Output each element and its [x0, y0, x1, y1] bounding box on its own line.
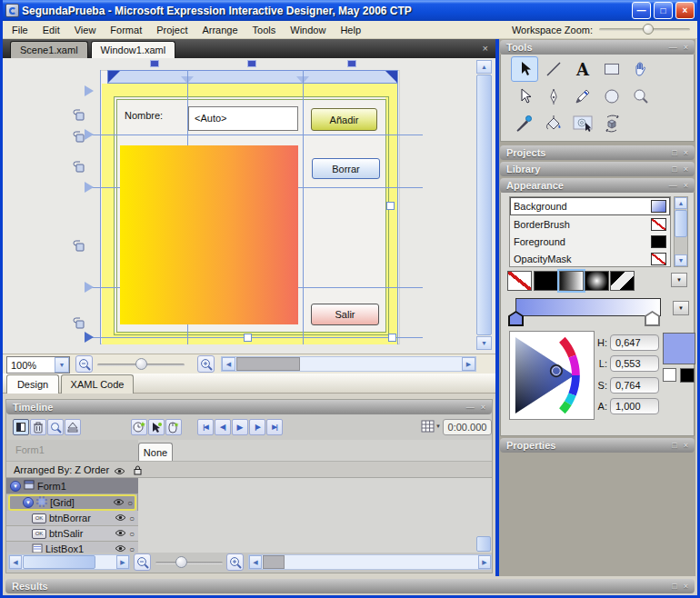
canvas-hscroll-thumb[interactable] [236, 357, 300, 371]
menu-format[interactable]: Format [103, 23, 149, 37]
grid-row-handle-icon[interactable] [85, 332, 94, 343]
visibility-eye-icon[interactable] [115, 513, 126, 523]
tool-brush-transform[interactable] [569, 111, 596, 136]
grid-row-handle-icon[interactable] [85, 282, 94, 293]
import-button[interactable] [65, 419, 81, 435]
projects-header[interactable]: Projects □ × [500, 145, 695, 160]
opacity-indicator-icon[interactable]: ○ [129, 513, 135, 523]
grid-options-arrow-icon[interactable]: ▼ [435, 424, 441, 429]
library-restore-icon[interactable]: □ [672, 164, 676, 174]
tree-scroll-left-icon[interactable]: ◀ [9, 555, 22, 569]
brush-options-dropdown-icon[interactable]: ▼ [671, 273, 687, 287]
current-color-swatch[interactable] [663, 333, 695, 364]
minimize-button[interactable]: — [632, 2, 651, 19]
row-lock-icon[interactable] [73, 131, 85, 145]
snap-toggle-button[interactable] [13, 419, 29, 435]
tools-close-icon[interactable]: × [684, 43, 688, 52]
lightness-field[interactable]: 0,553 [610, 355, 659, 372]
library-close-icon[interactable]: × [684, 164, 688, 174]
menu-window[interactable]: Window [283, 23, 333, 37]
timeline-zoom-slider[interactable] [155, 562, 223, 564]
design-canvas[interactable]: Nombre: <Auto> Añadir Borrar Salir ▲ ▼ [3, 58, 495, 354]
track-scroll-right-icon[interactable]: ▶ [478, 555, 491, 569]
opacity-indicator-icon[interactable]: ○ [129, 529, 135, 539]
properties-restore-icon[interactable]: □ [672, 441, 676, 450]
tool-pencil[interactable] [569, 84, 596, 109]
tools-header[interactable]: Tools — × [500, 40, 695, 55]
grid-line-vertical[interactable] [397, 70, 398, 344]
tool-text[interactable]: A [569, 56, 596, 82]
selection-pointer-button[interactable] [148, 419, 165, 435]
brush-solid-button[interactable] [534, 271, 558, 291]
tree-row-btnsalir[interactable]: OK btnSalir ○ [6, 526, 138, 542]
grid-row-handle-icon[interactable] [85, 182, 94, 193]
grid-adorner-handle[interactable] [247, 60, 256, 67]
workspace-zoom-slider[interactable] [599, 28, 690, 31]
tool-zoom[interactable] [627, 84, 655, 109]
record-keyframe-button[interactable] [131, 419, 147, 435]
selection-handle[interactable] [244, 334, 252, 342]
go-to-start-button[interactable]: |◀ [197, 419, 214, 435]
tool-pen[interactable] [540, 84, 567, 109]
list-scroll-down-icon[interactable]: ▼ [675, 254, 687, 266]
list-vscrollbar[interactable]: ▲ ▼ [674, 196, 688, 267]
grid-line-vertical[interactable] [100, 70, 101, 344]
workspace-zoom-thumb[interactable] [643, 24, 654, 35]
grid-column-ruler[interactable] [107, 70, 397, 84]
menu-help[interactable]: Help [333, 23, 368, 37]
previous-frame-button[interactable]: ◀| [215, 419, 231, 435]
grid-line-horizontal[interactable] [85, 337, 423, 338]
tab-design[interactable]: Design [6, 374, 59, 394]
tool-pan[interactable] [627, 56, 655, 82]
white-swatch[interactable] [663, 368, 676, 382]
list-item-foreground[interactable]: Foreground [510, 233, 670, 250]
list-item-opacitymask[interactable]: OpacityMask [510, 250, 670, 267]
zoom-in-button[interactable] [197, 355, 215, 373]
timeline-minimize-icon[interactable]: — [466, 403, 475, 412]
grid-adorner-handle[interactable] [347, 60, 356, 67]
canvas-zoom-slider-thumb[interactable] [135, 358, 147, 370]
tree-row-listbox1[interactable]: ListBox1 ○ [6, 542, 138, 553]
library-header[interactable]: Library □ × [500, 162, 695, 176]
next-frame-button[interactable]: |▶ [249, 419, 265, 435]
row-lock-icon[interactable] [73, 240, 85, 254]
saturation-field[interactable]: 0,764 [610, 377, 659, 394]
title-bar[interactable]: SegundaPrueba - Microsoft Expression Int… [3, 0, 697, 21]
grid-row-handle-icon[interactable] [85, 85, 94, 96]
opacity-indicator-icon[interactable]: ○ [129, 544, 135, 553]
exit-button[interactable]: Salir [311, 304, 379, 325]
results-close-icon[interactable]: × [684, 582, 688, 591]
tool-camera-orbit[interactable] [598, 111, 625, 136]
timeline-close-icon[interactable]: × [481, 403, 485, 412]
animation-ruler[interactable] [138, 440, 492, 461]
grid-options-icon[interactable]: ▼ [421, 420, 441, 433]
gradient-options-dropdown-icon[interactable]: ▼ [673, 301, 689, 315]
menu-tools[interactable]: Tools [245, 23, 284, 37]
close-button[interactable]: × [675, 2, 695, 19]
tab-scene1-xaml[interactable]: Scene1.xaml [10, 41, 88, 58]
visibility-eye-icon[interactable] [115, 543, 126, 553]
menu-edit[interactable]: Edit [35, 23, 67, 37]
selection-handle[interactable] [388, 334, 396, 342]
appearance-minimize-icon[interactable]: — [669, 181, 677, 190]
opacity-indicator-icon[interactable]: ○ [127, 498, 133, 508]
row-lock-icon[interactable] [73, 161, 85, 174]
tab-window1-xaml[interactable]: Window1.xaml [91, 41, 176, 58]
tool-direct-selection[interactable] [511, 84, 538, 109]
black-swatch[interactable] [680, 368, 695, 383]
grid-adorner-handle[interactable] [150, 60, 159, 67]
menu-project[interactable]: Project [149, 23, 195, 37]
grid-line-vertical[interactable] [303, 70, 304, 344]
canvas-vscroll-thumb[interactable] [476, 75, 492, 335]
go-to-end-button[interactable]: ▶| [266, 419, 283, 435]
add-button[interactable]: Añadir [311, 108, 377, 131]
visibility-eye-icon[interactable] [113, 497, 125, 508]
play-button[interactable]: ▶ [232, 419, 248, 435]
maximize-button[interactable]: □ [654, 2, 673, 19]
brush-tile-button[interactable] [610, 271, 635, 291]
color-picker[interactable] [509, 331, 595, 420]
expander-icon[interactable]: ▼ [10, 481, 21, 492]
tree-scroll-right-icon[interactable]: ▶ [116, 555, 129, 569]
canvas-scroll-left-icon[interactable]: ◀ [222, 357, 235, 371]
mouse-input-button[interactable] [165, 419, 182, 435]
